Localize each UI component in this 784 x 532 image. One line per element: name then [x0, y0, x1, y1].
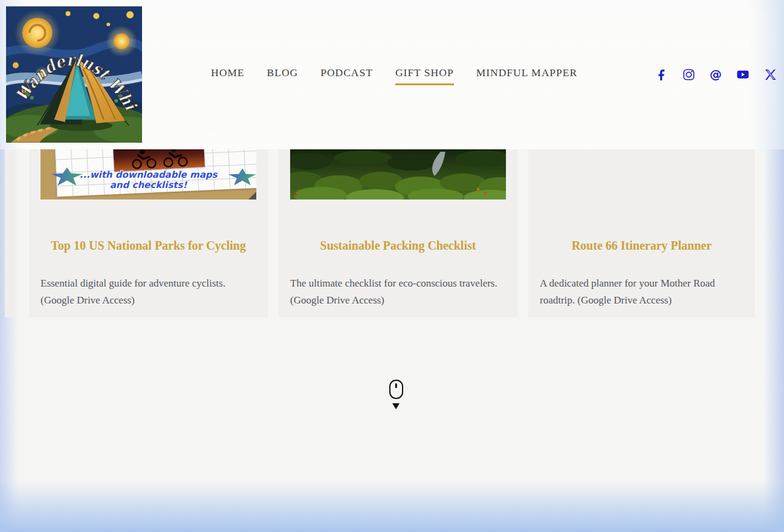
nav-item-mindful-mapper[interactable]: MINDFUL MAPPER: [476, 66, 577, 85]
gift-shop-carousel: ...with downloadable maps and checklists…: [0, 149, 784, 317]
mouse-wheel-icon: [395, 383, 397, 388]
social-links: @: [655, 68, 776, 80]
youtube-icon[interactable]: [737, 68, 749, 80]
starry-night-tent-logo-image: Wanderlust Whispers: [6, 6, 142, 143]
page-corner-fold: [248, 192, 256, 199]
scroll-down-indicator: [387, 380, 405, 409]
product-title: Top 10 US National Parks for Cycling: [40, 238, 256, 254]
facebook-icon[interactable]: [655, 68, 667, 80]
product-description: Essential digital guide for adventure cy…: [40, 275, 256, 308]
product-description: The ultimate checklist for eco-conscious…: [290, 275, 506, 308]
forest-canopy-image: [290, 149, 506, 199]
threads-icon[interactable]: @: [710, 68, 722, 80]
page: Wanderlust Whispers HOME BLOG PODCAST GI…: [0, 0, 784, 532]
instagram-icon[interactable]: [682, 68, 695, 80]
product-title: Sustainable Packing Checklist: [290, 238, 506, 254]
product-title: Route 66 Itinerary Planner: [540, 238, 744, 254]
collage-caption: ...with downloadable maps and checklists…: [40, 170, 256, 190]
x-twitter-icon[interactable]: [764, 68, 776, 80]
down-arrow-icon: [392, 403, 400, 409]
image-placeholder: [540, 149, 744, 199]
mouse-icon: [389, 380, 403, 399]
nav-item-podcast[interactable]: PODCAST: [320, 66, 373, 85]
nav-item-home[interactable]: HOME: [211, 66, 245, 85]
product-card-packing-checklist[interactable]: Sustainable Packing Checklist The ultima…: [279, 149, 517, 317]
nav-item-gift-shop[interactable]: GIFT SHOP: [395, 66, 454, 85]
main-navigation: HOME BLOG PODCAST GIFT SHOP MINDFUL MAPP…: [211, 66, 577, 85]
site-header: Wanderlust Whispers HOME BLOG PODCAST GI…: [0, 0, 784, 149]
nav-item-blog[interactable]: BLOG: [267, 66, 299, 85]
cycling-guide-collage-image: ...with downloadable maps and checklists…: [40, 149, 256, 199]
product-description: A dedicated planner for your Mother Road…: [540, 275, 744, 308]
product-card-cycling-guide[interactable]: ...with downloadable maps and checklists…: [29, 149, 268, 317]
product-card-route-66-planner[interactable]: Route 66 Itinerary Planner A dedicated p…: [528, 149, 755, 317]
site-logo[interactable]: Wanderlust Whispers: [6, 6, 142, 143]
carousel-prev-card-edge[interactable]: [5, 149, 15, 317]
